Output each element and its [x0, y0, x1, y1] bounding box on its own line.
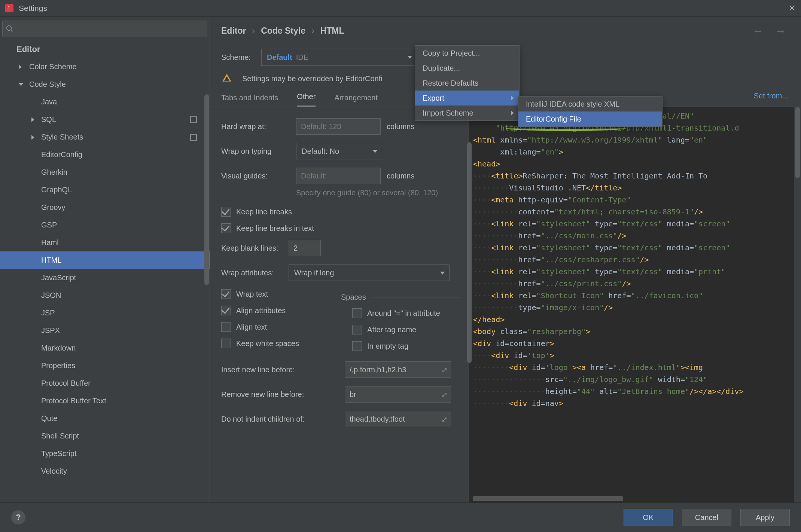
tree-item[interactable]: Style Sheets — [0, 128, 210, 146]
breadcrumb-editor[interactable]: Editor — [221, 26, 246, 36]
tab-tabs-and-indents[interactable]: Tabs and Indents — [221, 94, 278, 107]
around-eq-checkbox[interactable] — [352, 308, 362, 318]
chevron-down-icon — [373, 150, 377, 153]
tree-item[interactable]: Protocol Buffer — [0, 374, 210, 392]
menu-item[interactable]: EditorConfig File — [518, 111, 662, 126]
form-scrollbar[interactable] — [467, 142, 472, 363]
cancel-button[interactable]: Cancel — [682, 509, 731, 526]
warning-icon — [222, 73, 232, 85]
tree-item[interactable]: Color Scheme — [0, 58, 210, 76]
tree-item[interactable]: GSP — [0, 216, 210, 234]
align-attributes-checkbox[interactable] — [221, 306, 231, 315]
export-submenu: IntelliJ IDEA code style XMLEditorConfig… — [518, 96, 663, 127]
settings-tree[interactable]: Editor Color SchemeCode StyleJavaSQLStyl… — [0, 41, 210, 502]
wrap-on-typing-select[interactable]: Default: No — [296, 143, 382, 159]
tab-other[interactable]: Other — [297, 92, 316, 107]
tree-item[interactable]: JavaScript — [0, 269, 210, 287]
ok-button[interactable]: OK — [624, 509, 673, 526]
chevron-down-icon — [19, 83, 23, 86]
remove-new-line-before-input[interactable]: br ⤢ — [345, 386, 451, 403]
tree-item-label: JavaScript — [41, 273, 76, 282]
wrap-text-checkbox[interactable] — [221, 289, 231, 299]
align-text-checkbox[interactable] — [221, 322, 231, 332]
apply-button[interactable]: Apply — [740, 509, 790, 526]
set-from-link[interactable]: Set from... — [754, 92, 788, 100]
tree-item[interactable]: GraphQL — [0, 181, 210, 199]
menu-item[interactable]: Copy to Project... — [415, 46, 519, 61]
code-line: <html xmlns="http://www.w3.org/1999/xhtm… — [473, 134, 801, 146]
code-line: ··········href="../css/main.css"/> — [473, 230, 801, 242]
nav-back-icon[interactable]: ← — [752, 25, 764, 37]
keep-line-breaks-checkbox[interactable] — [221, 207, 231, 217]
tree-item[interactable]: Code Style — [0, 76, 210, 93]
svg-rect-2 — [226, 77, 227, 79]
help-button[interactable]: ? — [11, 510, 25, 525]
tree-item[interactable]: JSP — [0, 304, 210, 322]
tree-item[interactable]: Properties — [0, 357, 210, 374]
expand-icon[interactable]: ⤢ — [441, 390, 448, 399]
tree-item[interactable]: Gherkin — [0, 163, 210, 181]
visual-guides-input[interactable]: Default: — [296, 168, 381, 184]
content-panel: Editor › Code Style › HTML ← → Scheme: D… — [210, 17, 801, 502]
tree-item[interactable]: Groovy — [0, 199, 210, 216]
tree-item[interactable]: Velocity — [0, 462, 210, 480]
keep-white-spaces-checkbox[interactable] — [221, 339, 231, 348]
modified-indicator-icon — [190, 116, 197, 123]
tree-item[interactable]: Protocol Buffer Text — [0, 392, 210, 410]
tree-item-label: EditorConfig — [41, 150, 82, 159]
close-icon[interactable]: ✕ — [788, 3, 796, 13]
hard-wrap-input[interactable]: Default: 120 — [296, 118, 381, 135]
search-input[interactable] — [2, 21, 207, 37]
spaces-heading: Spaces — [341, 293, 366, 302]
insert-new-line-before-label: Insert new line before: — [221, 366, 345, 374]
hard-wrap-label: Hard wrap at: — [221, 122, 296, 131]
title-bar: Settings ✕ — [0, 0, 801, 17]
menu-item[interactable]: Duplicate... — [415, 61, 519, 76]
horizontal-scrollbar[interactable] — [473, 496, 623, 501]
code-line: xml:lang="en"> — [473, 146, 801, 158]
tree-item[interactable]: Haml — [0, 234, 210, 251]
tree-item-label: Protocol Buffer Text — [41, 397, 106, 405]
scheme-select[interactable]: Default IDE — [261, 49, 418, 66]
tree-item[interactable]: JSON — [0, 287, 210, 304]
tree-item[interactable]: JSPX — [0, 322, 210, 339]
keep-blank-lines-label: Keep blank lines: — [221, 244, 289, 253]
tree-item[interactable]: TypeScript — [0, 445, 210, 462]
wrap-attributes-select[interactable]: Wrap if long — [289, 265, 450, 281]
after-tag-name-checkbox[interactable] — [352, 325, 362, 334]
sidebar-scrollbar[interactable] — [204, 94, 209, 285]
nav-forward-icon[interactable]: → — [775, 25, 786, 37]
search-icon — [6, 25, 14, 33]
tree-item-label: HTML — [41, 256, 61, 265]
in-empty-tag-checkbox[interactable] — [352, 341, 362, 351]
menu-item[interactable]: Restore Defaults — [415, 76, 519, 91]
menu-item[interactable]: Import Scheme — [415, 106, 519, 120]
tab-arrangement[interactable]: Arrangement — [334, 94, 378, 107]
tree-item[interactable]: Java — [0, 93, 210, 111]
chevron-right-icon — [511, 96, 514, 100]
breadcrumb-html: HTML — [320, 26, 344, 36]
chevron-right-icon — [31, 135, 34, 140]
tree-item[interactable]: HTML — [0, 251, 210, 269]
tree-item[interactable]: Markdown — [0, 339, 210, 357]
tree-item[interactable]: SQL — [0, 111, 210, 128]
breadcrumb-code-style[interactable]: Code Style — [261, 26, 305, 36]
chevron-right-icon — [511, 111, 514, 115]
keep-blank-lines-input[interactable]: 2 — [289, 240, 321, 256]
tree-item[interactable]: Qute — [0, 410, 210, 427]
keep-line-breaks-in-text-checkbox[interactable] — [221, 223, 231, 233]
tree-item-label: SQL — [41, 115, 56, 124]
expand-icon[interactable]: ⤢ — [441, 366, 448, 374]
menu-item[interactable]: IntelliJ IDEA code style XML — [518, 97, 662, 111]
tree-item[interactable]: Shell Script — [0, 427, 210, 445]
warning-text: Settings may be overridden by EditorConf… — [242, 74, 383, 83]
tree-item[interactable]: EditorConfig — [0, 146, 210, 163]
expand-icon[interactable]: ⤢ — [441, 415, 448, 424]
vertical-scrollbar[interactable] — [794, 107, 801, 502]
tree-item-label: Code Style — [29, 80, 66, 89]
menu-item[interactable]: Export — [415, 91, 519, 106]
do-not-indent-input[interactable]: thead,tbody,tfoot ⤢ — [345, 411, 451, 427]
insert-new-line-before-input[interactable]: /,p,form,h1,h2,h3 ⤢ — [345, 361, 451, 378]
svg-rect-3 — [226, 79, 227, 80]
tree-item-label: TypeScript — [41, 449, 76, 458]
